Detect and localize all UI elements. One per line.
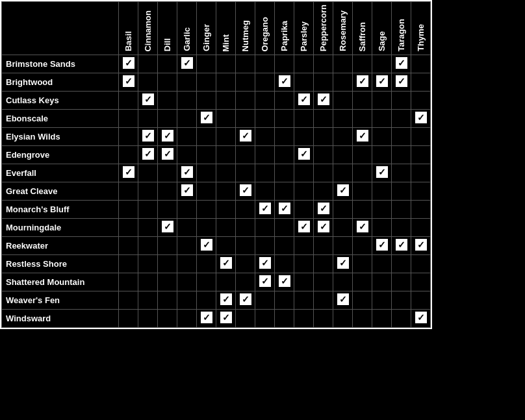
herb-cell: [197, 273, 216, 291]
checkbox-empty: [201, 293, 212, 305]
herb-cell: [119, 110, 138, 128]
checkbox-empty: [376, 148, 388, 160]
herb-cell: [255, 146, 275, 164]
checkbox-empty: [240, 57, 251, 69]
herb-cell: [197, 219, 216, 237]
herb-cell: [138, 291, 158, 310]
checkbox-empty: [220, 239, 232, 251]
herb-cell: [255, 255, 275, 273]
checkbox-empty: [298, 166, 310, 178]
herb-cell: [197, 55, 216, 73]
checkbox-empty: [357, 275, 368, 287]
col-header-sage: Sage: [372, 2, 392, 55]
checkbox-empty: [240, 312, 251, 323]
herb-cell: [333, 291, 353, 310]
checkbox-empty: [259, 75, 271, 87]
herb-cell: [294, 237, 314, 255]
checkbox-empty: [415, 257, 427, 269]
herb-cell: [372, 310, 392, 328]
herb-cell: [177, 128, 197, 146]
herb-cell: [314, 73, 333, 92]
herb-cell: [392, 73, 411, 92]
checkbox-empty: [337, 239, 349, 251]
herb-cell: [216, 128, 236, 146]
checkbox-empty: [142, 221, 154, 232]
checkbox-checked: [123, 75, 134, 87]
checkbox-empty: [337, 203, 349, 214]
checkbox-empty: [201, 148, 212, 160]
table-row: Reekwater: [2, 237, 431, 255]
herb-cell: [333, 164, 353, 182]
location-cell: Everfall: [2, 164, 119, 182]
checkbox-empty: [162, 239, 173, 251]
checkbox-empty: [220, 130, 232, 142]
herb-cell: [411, 255, 431, 273]
checkbox-checked: [357, 75, 368, 87]
herb-cell: [119, 310, 138, 328]
herb-cell: [372, 201, 392, 219]
col-header-peppercorn: Peppercorn: [314, 2, 333, 55]
checkbox-empty: [396, 166, 407, 178]
table-row: Weaver's Fen: [2, 291, 431, 310]
checkbox-empty: [279, 93, 290, 105]
checkbox-checked: [220, 257, 232, 269]
herb-cell: [392, 128, 411, 146]
herb-cell: [216, 255, 236, 273]
checkbox-checked: [220, 312, 232, 323]
checkbox-empty: [240, 166, 251, 178]
herb-cell: [177, 110, 197, 128]
herb-cell: [411, 164, 431, 182]
herb-cell: [353, 55, 372, 73]
checkbox-empty: [181, 93, 193, 105]
herb-cell: [158, 237, 177, 255]
checkbox-empty: [259, 112, 271, 123]
checkbox-empty: [415, 93, 427, 105]
herb-cell: [333, 237, 353, 255]
checkbox-empty: [318, 184, 329, 196]
herb-cell: [294, 92, 314, 110]
col-header-mint: Mint: [216, 2, 236, 55]
table-row: Edengrove: [2, 146, 431, 164]
checkbox-empty: [201, 130, 212, 142]
herb-cell: [353, 110, 372, 128]
checkbox-empty: [376, 184, 388, 196]
checkbox-empty: [181, 148, 193, 160]
herb-cell: [294, 273, 314, 291]
herb-cell: [333, 219, 353, 237]
checkbox-empty: [220, 75, 232, 87]
checkbox-empty: [357, 312, 368, 323]
checkbox-empty: [279, 57, 290, 69]
herb-cell: [119, 55, 138, 73]
herb-cell: [411, 310, 431, 328]
checkbox-empty: [337, 312, 349, 323]
checkbox-empty: [376, 293, 388, 305]
checkbox-empty: [279, 166, 290, 178]
herb-cell: [275, 255, 294, 273]
herb-cell: [372, 110, 392, 128]
herb-cell: [255, 110, 275, 128]
checkbox-empty: [162, 312, 173, 323]
herb-cell: [372, 255, 392, 273]
herb-cell: [158, 73, 177, 92]
checkbox-empty: [240, 203, 251, 214]
checkbox-empty: [376, 203, 388, 214]
herb-cell: [216, 182, 236, 201]
herb-cell: [314, 92, 333, 110]
herb-cell: [138, 237, 158, 255]
herb-cell: [197, 291, 216, 310]
herb-cell: [197, 92, 216, 110]
checkbox-checked: [415, 239, 427, 251]
checkbox-empty: [279, 312, 290, 323]
checkbox-checked: [240, 293, 251, 305]
checkbox-empty: [357, 57, 368, 69]
herb-cell: [216, 237, 236, 255]
checkbox-empty: [396, 93, 407, 105]
herb-cell: [119, 201, 138, 219]
herb-cell: [294, 73, 314, 92]
herb-cell: [353, 128, 372, 146]
herb-cell: [372, 164, 392, 182]
herb-cell: [333, 73, 353, 92]
checkbox-empty: [123, 312, 134, 323]
herb-cell: [372, 182, 392, 201]
herb-cell: [216, 310, 236, 328]
